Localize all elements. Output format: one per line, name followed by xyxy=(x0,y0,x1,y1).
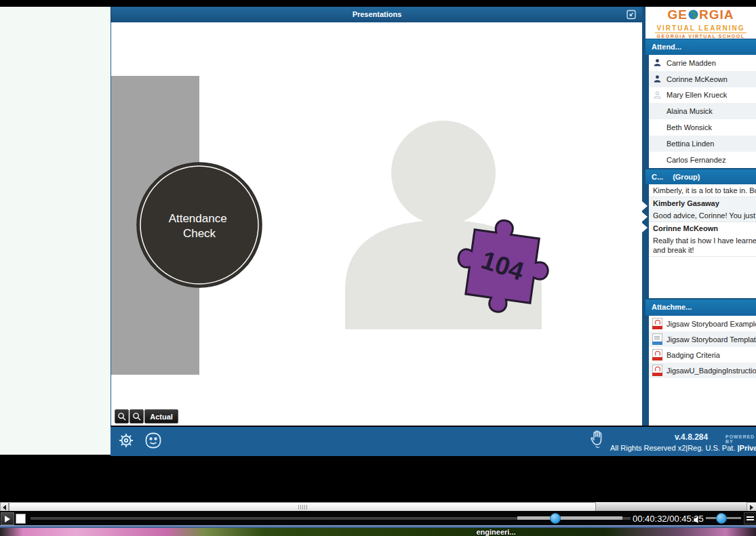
popout-icon[interactable] xyxy=(625,9,637,20)
logo-word-pre: GE xyxy=(668,8,688,21)
play-icon xyxy=(5,516,10,522)
slide-area: Attendance Check 104 Actual xyxy=(111,22,643,426)
globe-icon xyxy=(688,9,698,20)
attendee-name: Beth Wonsick xyxy=(667,123,712,131)
attendee-name: Carlos Fernandez xyxy=(667,156,725,164)
attachment-row[interactable]: Jigsaw Storyboard Example xyxy=(649,316,756,331)
attachment-label: JigsawU_BadgingInstructions xyxy=(667,367,756,375)
background-window-strip: engineeri... xyxy=(0,528,756,536)
attendance-circle: Attendance Check xyxy=(137,163,262,287)
seek-thumb[interactable] xyxy=(550,513,561,524)
chevron-right-icon xyxy=(642,223,648,232)
panel-collapse-handle[interactable] xyxy=(642,200,649,235)
actual-size-button[interactable]: Actual xyxy=(144,409,178,424)
left-blank-pane xyxy=(0,7,111,455)
pdf-file-icon xyxy=(652,365,662,376)
logo-word-post: RGIA xyxy=(699,8,734,21)
attachment-row[interactable]: JigsawU_BadgingInstructions xyxy=(649,363,756,378)
chat-messages: Kimberly, it is a lot to take in. But pl… xyxy=(649,184,756,298)
scrollbar-thumb[interactable] xyxy=(9,502,596,512)
detach-button[interactable] xyxy=(744,512,756,524)
settings-gear-button[interactable] xyxy=(117,432,135,452)
arrow-right-icon xyxy=(750,505,753,510)
stop-button[interactable] xyxy=(16,514,26,524)
attachment-row[interactable]: Jigsaw Storyboard Template xyxy=(649,331,756,347)
background-window-title: engineeri... xyxy=(476,528,515,536)
logo-line2: VIRTUAL LEARNING xyxy=(655,24,746,33)
zoom-out-button[interactable] xyxy=(130,409,144,424)
volume-button[interactable] xyxy=(693,514,702,522)
attendee-name: Bettina Linden xyxy=(667,140,714,148)
attendee-name: Mary Ellen Krueck xyxy=(667,91,727,99)
attendee-name: Carrie Madden xyxy=(667,59,716,67)
side-panels: GE RGIA VIRTUAL LEARNING GEORGIA VIRTUAL… xyxy=(642,7,756,426)
attachment-label: Jigsaw Storyboard Example xyxy=(667,320,756,328)
attachments-panel-header: Attachme... xyxy=(645,300,756,316)
chat-message: Good advice, Corinne! You just have t xyxy=(649,209,756,222)
chat-header-title: C... xyxy=(652,173,663,181)
attachment-row[interactable]: Badging Criteria xyxy=(649,347,756,363)
rights-label: All Rights Reserved x2|Reg. U.S. Pat. |P… xyxy=(610,444,756,452)
attachments-list: Jigsaw Storyboard Example Jigsaw Storybo… xyxy=(649,316,756,426)
chat-panel-header: C...(Group) xyxy=(645,169,756,184)
chat-message: Kimberly, it is a lot to take in. But pl… xyxy=(649,184,756,197)
attendees-panel-header: Attend... xyxy=(645,39,756,55)
version-label: v.4.8.284 xyxy=(675,432,708,442)
attendance-circle-line1: Attendance xyxy=(169,212,227,225)
chat-message: Really that is how I have learned all o xyxy=(649,234,756,245)
attendee-row[interactable]: Bettina Linden xyxy=(649,136,756,152)
person-icon xyxy=(653,58,662,67)
speaker-icon xyxy=(693,516,702,524)
presentation-title: Presentations xyxy=(111,7,643,22)
attachment-label: Jigsaw Storyboard Template xyxy=(667,335,756,344)
emoticon-button[interactable] xyxy=(144,432,162,452)
chat-sender: Corinne McKeown xyxy=(649,222,756,234)
chat-sender: Kimberly Gasaway xyxy=(649,197,756,209)
chat-header-group: (Group) xyxy=(673,173,700,181)
raise-hand-button[interactable] xyxy=(589,429,606,451)
presentation-titlebar: Presentations xyxy=(111,7,643,22)
zoom-in-button[interactable] xyxy=(115,409,129,424)
attendee-row[interactable]: Carrie Madden xyxy=(649,55,756,71)
top-black-bar xyxy=(0,0,756,7)
privacy-link[interactable]: |Privac xyxy=(738,444,756,452)
attachment-label: Badging Criteria xyxy=(667,351,720,359)
slide-graphics: Attendance Check 104 xyxy=(111,22,643,426)
chevron-right-icon xyxy=(642,201,648,211)
person-outline-icon xyxy=(653,91,662,100)
attendee-row[interactable]: Beth Wonsick xyxy=(649,119,756,136)
chat-message: and break it! xyxy=(649,245,756,257)
attendee-name: Alaina Musick xyxy=(667,107,713,115)
attendees-list: Carrie Madden Corinne McKeown Mary Ellen… xyxy=(649,55,756,168)
attendee-row[interactable]: Mary Ellen Krueck xyxy=(649,87,756,104)
pdf-file-icon xyxy=(652,318,662,329)
logo-line1: GE RGIA xyxy=(645,8,756,21)
seek-loaded-segment xyxy=(517,516,622,520)
logo-line3: GEORGIA VIRTUAL SCHOOL xyxy=(645,33,756,39)
person-silhouette-head xyxy=(391,121,496,225)
horizontal-scrollbar[interactable] xyxy=(0,502,756,511)
status-bar: v.4.8.284 POWERED BY All Rights Reserved… xyxy=(111,426,756,456)
powered-by-label: POWERED BY xyxy=(725,434,756,444)
attendance-circle-line2: Check xyxy=(183,227,216,240)
person-icon xyxy=(653,75,662,83)
arrow-left-icon xyxy=(3,505,6,510)
volume-thumb[interactable] xyxy=(716,513,727,524)
chevron-right-icon xyxy=(642,212,648,222)
magnifier-icon xyxy=(117,412,126,421)
magnifier-icon xyxy=(132,412,141,421)
play-button[interactable] xyxy=(1,512,14,525)
attendee-row[interactable]: Carlos Fernandez xyxy=(649,152,756,168)
attendee-name: Corinne McKeown xyxy=(667,75,728,83)
playback-control-bar: 00:40:32/00:45:25 xyxy=(0,511,756,525)
rights-text: All Rights Reserved x2|Reg. U.S. Pat. xyxy=(610,444,738,452)
gear-icon xyxy=(117,432,135,449)
raised-hand-icon xyxy=(589,429,606,448)
pdf-file-icon xyxy=(652,349,662,360)
docx-file-icon xyxy=(652,333,662,345)
logo-box: GE RGIA VIRTUAL LEARNING GEORGIA VIRTUAL… xyxy=(645,7,756,39)
attendee-row[interactable]: Alaina Musick xyxy=(649,103,756,119)
attendee-row[interactable]: Corinne McKeown xyxy=(649,71,756,87)
smiley-icon xyxy=(144,432,162,449)
